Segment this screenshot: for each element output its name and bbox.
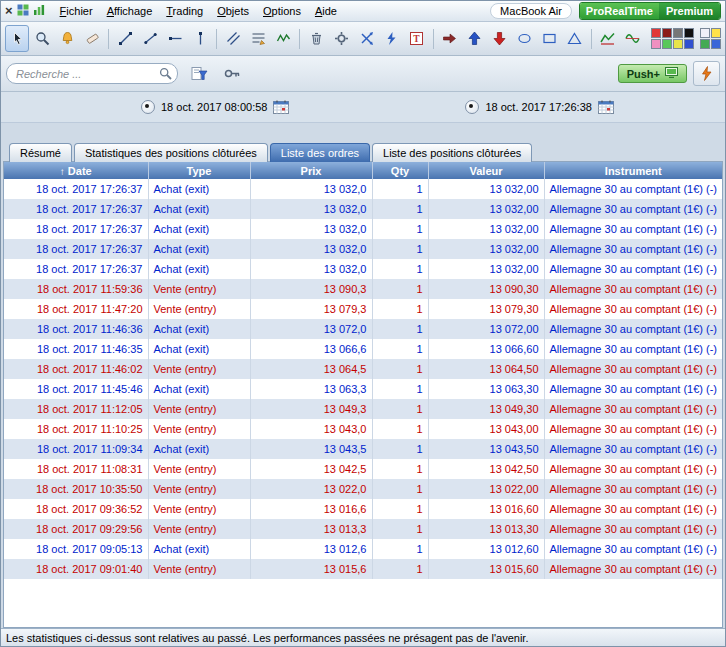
order-row[interactable]: 18 oct. 2017 11:08:31Vente (entry)13 042… — [4, 459, 722, 479]
alerts-tool[interactable] — [55, 25, 79, 52]
color-swatch[interactable] — [684, 39, 694, 49]
column-header-qty[interactable]: Qty — [372, 162, 428, 179]
cell-instrument: Allemagne 30 au comptant (1€) (-) — [544, 299, 722, 319]
column-header-prix[interactable]: Prix — [250, 162, 372, 179]
color-swatch[interactable] — [684, 28, 694, 38]
brand-badge: ProRealTime Premium — [579, 2, 721, 20]
chart-icon[interactable] — [33, 4, 45, 18]
flash-orders-button[interactable] — [693, 61, 720, 86]
arrow-right-tool[interactable] — [438, 25, 462, 52]
color-swatch[interactable] — [651, 28, 661, 38]
channel-tool[interactable] — [221, 25, 245, 52]
cell-type: Vente (entry) — [148, 359, 250, 379]
zoom-tool[interactable] — [30, 25, 54, 52]
cell-prix: 13 043,5 — [250, 439, 372, 459]
order-row[interactable]: 18 oct. 2017 09:05:13Achat (exit)13 012,… — [4, 539, 722, 559]
menu-affichage[interactable]: Affichage — [100, 3, 160, 19]
order-row[interactable]: 18 oct. 2017 17:26:37Achat (exit)13 032,… — [4, 199, 722, 219]
pointer-tool[interactable] — [5, 25, 29, 52]
order-row[interactable]: 18 oct. 2017 09:36:52Vente (entry)13 016… — [4, 499, 722, 519]
menu-trading[interactable]: Trading — [159, 3, 210, 19]
order-row[interactable]: 18 oct. 2017 09:29:56Vente (entry)13 013… — [4, 519, 722, 539]
tab-statistiques-des-positions-cloturees[interactable]: Statistiques des positions clôturées — [74, 143, 268, 162]
cell-prix: 13 016,6 — [250, 499, 372, 519]
order-row[interactable]: 18 oct. 2017 11:12:05Vente (entry)13 049… — [4, 399, 722, 419]
order-row[interactable]: 18 oct. 2017 11:46:35Achat (exit)13 066,… — [4, 339, 722, 359]
eraser-tool[interactable] — [80, 25, 104, 52]
order-row[interactable]: 18 oct. 2017 17:26:37Achat (exit)13 032,… — [4, 179, 722, 199]
color-swatch[interactable] — [673, 39, 683, 49]
zigzag-tool[interactable] — [271, 25, 295, 52]
horizontal-line-tool[interactable] — [163, 25, 187, 52]
fibonacci-tool[interactable] — [246, 25, 270, 52]
triangle-tool[interactable] — [563, 25, 587, 52]
search-input[interactable] — [6, 63, 178, 84]
order-row[interactable]: 18 oct. 2017 11:59:36Vente (entry)13 090… — [4, 279, 722, 299]
advanced-search-icon[interactable] — [187, 63, 211, 85]
cell-prix: 13 049,3 — [250, 399, 372, 419]
column-header-instrument[interactable]: Instrument — [544, 162, 722, 179]
order-row[interactable]: 18 oct. 2017 11:45:46Achat (exit)13 063,… — [4, 379, 722, 399]
order-row[interactable]: 18 oct. 2017 10:35:50Vente (entry)13 022… — [4, 479, 722, 499]
order-row[interactable]: 18 oct. 2017 09:01:40Vente (entry)13 015… — [4, 559, 722, 579]
cross-arrows-tool[interactable] — [354, 25, 378, 52]
cell-date: 18 oct. 2017 17:26:37 — [4, 199, 148, 219]
order-row[interactable]: 18 oct. 2017 11:47:20Vente (entry)13 079… — [4, 299, 722, 319]
text-tool[interactable]: T — [405, 25, 429, 52]
color-swatch[interactable] — [651, 39, 661, 49]
tab-liste-des-ordres[interactable]: Liste des ordres — [270, 143, 370, 162]
close-icon[interactable]: × — [5, 5, 13, 17]
color-swatch[interactable] — [673, 28, 683, 38]
cell-date: 18 oct. 2017 11:46:36 — [4, 319, 148, 339]
ellipse-tool[interactable] — [513, 25, 537, 52]
cell-valeur: 13 015,60 — [428, 559, 544, 579]
column-header-type[interactable]: Type — [148, 162, 250, 179]
key-icon[interactable] — [220, 63, 244, 85]
indicator-updown-tool[interactable] — [596, 25, 620, 52]
arrow-up-tool[interactable] — [463, 25, 487, 52]
color-swatch[interactable] — [711, 39, 721, 49]
order-row[interactable]: 18 oct. 2017 17:26:37Achat (exit)13 032,… — [4, 219, 722, 239]
indicator-wave-tool[interactable] — [621, 25, 645, 52]
cell-prix: 13 066,6 — [250, 339, 372, 359]
start-calendar-button[interactable] — [273, 100, 289, 114]
trend-line-tool[interactable] — [113, 25, 137, 52]
workspace-icon[interactable] — [17, 4, 29, 18]
tab-liste-des-positions-cloturees[interactable]: Liste des positions clôturées — [372, 143, 532, 162]
push-button[interactable]: Push+ — [618, 64, 687, 83]
menu-fichier[interactable]: Fichier — [53, 3, 100, 19]
cell-date: 18 oct. 2017 11:08:31 — [4, 459, 148, 479]
delete-tool[interactable] — [304, 25, 328, 52]
segment-tool[interactable] — [138, 25, 162, 52]
menu-aide[interactable]: Aide — [308, 3, 344, 19]
vertical-line-tool[interactable] — [188, 25, 212, 52]
order-row[interactable]: 18 oct. 2017 11:46:02Vente (entry)13 064… — [4, 359, 722, 379]
color-swatch[interactable] — [662, 39, 672, 49]
end-calendar-button[interactable] — [598, 100, 614, 114]
color-swatch[interactable] — [711, 28, 721, 38]
rectangle-tool[interactable] — [538, 25, 562, 52]
flash-tool[interactable] — [380, 25, 404, 52]
cell-instrument: Allemagne 30 au comptant (1€) (-) — [544, 539, 722, 559]
color-swatch[interactable] — [700, 39, 710, 49]
start-time-radio[interactable] — [141, 100, 155, 114]
color-swatch[interactable] — [662, 28, 672, 38]
order-row[interactable]: 18 oct. 2017 11:46:36Achat (exit)13 072,… — [4, 319, 722, 339]
color-swatch[interactable] — [700, 28, 710, 38]
tab-resume[interactable]: Résumé — [9, 143, 72, 162]
order-row[interactable]: 18 oct. 2017 11:10:25Vente (entry)13 043… — [4, 419, 722, 439]
order-row[interactable]: 18 oct. 2017 17:26:37Achat (exit)13 032,… — [4, 259, 722, 279]
column-header-valeur[interactable]: Valeur — [428, 162, 544, 179]
arrow-down-tool[interactable] — [488, 25, 512, 52]
cell-prix: 13 032,0 — [250, 259, 372, 279]
order-row[interactable]: 18 oct. 2017 17:26:37Achat (exit)13 032,… — [4, 239, 722, 259]
menu-objets[interactable]: Objets — [210, 3, 256, 19]
column-header-date[interactable]: ↑Date — [4, 162, 148, 179]
search-icon[interactable] — [159, 67, 172, 82]
cell-type: Achat (exit) — [148, 199, 250, 219]
settings-tool[interactable] — [329, 25, 353, 52]
date-range-row: 18 oct. 2017 08:00:58 18 oct. 2017 17:26… — [1, 92, 725, 123]
menu-options[interactable]: Options — [256, 3, 308, 19]
order-row[interactable]: 18 oct. 2017 11:09:34Achat (exit)13 043,… — [4, 439, 722, 459]
end-time-radio[interactable] — [465, 100, 479, 114]
